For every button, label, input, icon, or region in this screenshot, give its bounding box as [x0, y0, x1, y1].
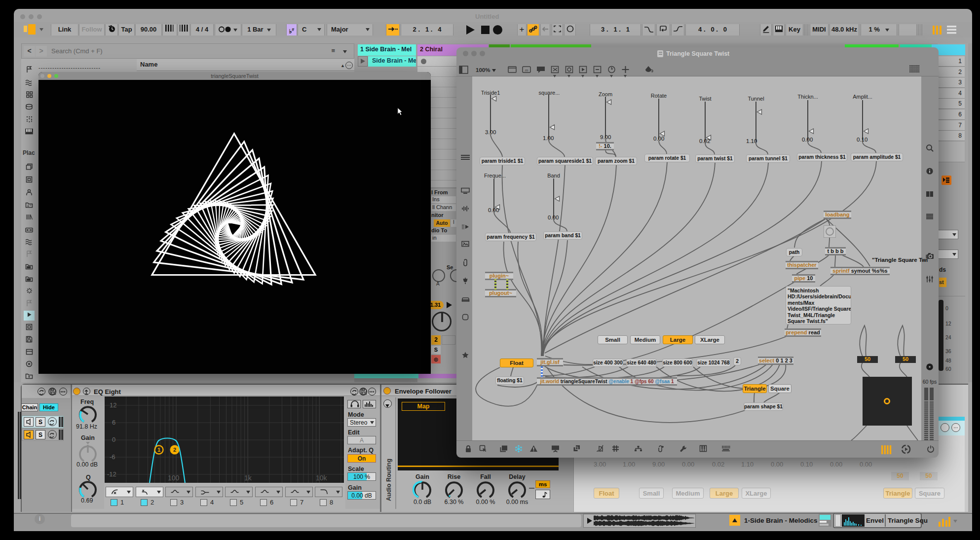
svg-text:100: 100 [168, 474, 180, 482]
svg-text:1: 1 [157, 447, 160, 453]
svg-text:1k: 1k [244, 474, 252, 482]
svg-text:-6: -6 [110, 453, 115, 461]
svg-text:m: m [525, 68, 528, 72]
svg-text:6: 6 [112, 419, 115, 426]
svg-text:10k: 10k [316, 474, 328, 482]
svg-text:0: 0 [112, 436, 115, 443]
svg-text:2: 2 [173, 447, 176, 453]
svg-text:-12: -12 [107, 470, 116, 478]
svg-text:12: 12 [110, 401, 116, 409]
